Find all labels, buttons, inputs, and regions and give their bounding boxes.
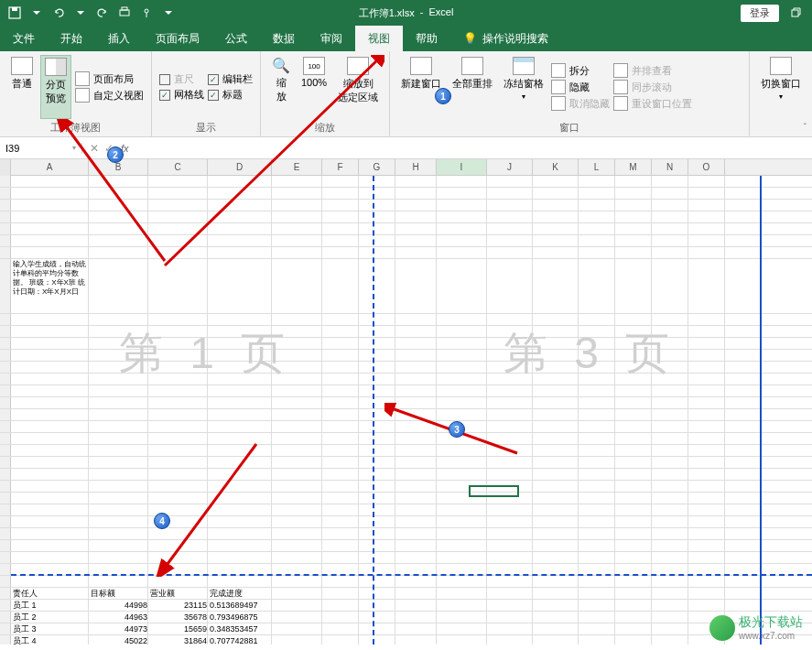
cell[interactable] bbox=[208, 552, 272, 563]
headings-checkbox[interactable]: ✓标题 bbox=[208, 88, 253, 102]
cell[interactable] bbox=[533, 223, 579, 234]
cell[interactable] bbox=[437, 588, 487, 599]
cell[interactable] bbox=[652, 600, 688, 611]
cell[interactable] bbox=[208, 338, 272, 349]
cell[interactable] bbox=[89, 314, 148, 325]
cell[interactable] bbox=[533, 528, 579, 539]
cell[interactable] bbox=[208, 481, 272, 492]
row-header[interactable] bbox=[0, 385, 11, 396]
cell[interactable] bbox=[652, 259, 688, 313]
cell[interactable] bbox=[272, 588, 322, 599]
cell[interactable] bbox=[579, 385, 615, 396]
cell[interactable] bbox=[148, 493, 208, 504]
zoom-button[interactable]: 🔍 缩 放 bbox=[268, 55, 294, 119]
cell[interactable] bbox=[148, 481, 208, 492]
cell[interactable] bbox=[395, 564, 437, 575]
cell[interactable] bbox=[487, 552, 533, 563]
cell[interactable] bbox=[359, 576, 395, 587]
row-header[interactable] bbox=[0, 493, 11, 504]
cell[interactable] bbox=[359, 409, 395, 420]
grid-body[interactable]: 输入学生成绩，自动统计单科的平均分等数据。 班级：X年X班 统计日期：X年X月X… bbox=[0, 176, 812, 645]
cell[interactable] bbox=[652, 612, 688, 623]
cell[interactable]: 责任人 bbox=[11, 588, 89, 599]
cell[interactable] bbox=[89, 576, 148, 587]
cell[interactable] bbox=[208, 188, 272, 199]
side-by-side-button[interactable]: 并排查看 bbox=[613, 63, 692, 78]
cell[interactable] bbox=[579, 552, 615, 563]
cell[interactable] bbox=[322, 176, 359, 187]
undo-icon[interactable] bbox=[49, 4, 68, 22]
cell[interactable] bbox=[11, 188, 89, 199]
row-header[interactable] bbox=[0, 247, 11, 258]
cell[interactable] bbox=[487, 176, 533, 187]
cell[interactable] bbox=[359, 176, 395, 187]
cell[interactable] bbox=[272, 421, 322, 432]
cell[interactable] bbox=[615, 374, 652, 385]
cell[interactable] bbox=[533, 540, 579, 551]
cell[interactable] bbox=[208, 200, 272, 211]
freeze-panes-button[interactable]: 冻结窗格 ▾ bbox=[500, 55, 547, 119]
cell[interactable] bbox=[487, 457, 533, 468]
cell[interactable] bbox=[688, 397, 725, 408]
cell[interactable]: 目标额 bbox=[89, 588, 148, 599]
cell[interactable] bbox=[322, 211, 359, 222]
cell[interactable] bbox=[437, 635, 487, 645]
cell[interactable] bbox=[208, 576, 272, 587]
cell[interactable] bbox=[579, 350, 615, 361]
cell[interactable] bbox=[148, 200, 208, 211]
column-header[interactable]: O bbox=[688, 159, 725, 175]
cell[interactable] bbox=[533, 385, 579, 396]
cell[interactable] bbox=[322, 457, 359, 468]
row-header[interactable] bbox=[0, 457, 11, 468]
cell[interactable] bbox=[11, 247, 89, 258]
cell[interactable] bbox=[208, 457, 272, 468]
undo-dropdown-icon[interactable] bbox=[71, 4, 90, 22]
cell[interactable] bbox=[359, 259, 395, 313]
row-header[interactable] bbox=[0, 516, 11, 527]
cell[interactable] bbox=[272, 350, 322, 361]
cell[interactable] bbox=[437, 350, 487, 361]
cell[interactable] bbox=[533, 326, 579, 337]
formula-input[interactable] bbox=[135, 143, 812, 154]
cell[interactable] bbox=[487, 588, 533, 599]
cell[interactable] bbox=[579, 200, 615, 211]
cell[interactable] bbox=[395, 350, 437, 361]
cell[interactable] bbox=[487, 350, 533, 361]
cell[interactable] bbox=[615, 326, 652, 337]
cell[interactable] bbox=[688, 493, 725, 504]
cell[interactable] bbox=[437, 374, 487, 385]
cell[interactable] bbox=[688, 457, 725, 468]
cell[interactable] bbox=[148, 409, 208, 420]
row-header[interactable] bbox=[0, 350, 11, 361]
cell[interactable] bbox=[11, 374, 89, 385]
cell[interactable] bbox=[11, 493, 89, 504]
cell[interactable] bbox=[487, 421, 533, 432]
row-header[interactable] bbox=[0, 397, 11, 408]
cell[interactable] bbox=[89, 223, 148, 234]
cell[interactable] bbox=[579, 469, 615, 480]
cell[interactable] bbox=[272, 188, 322, 199]
cell[interactable] bbox=[487, 635, 533, 645]
cell[interactable] bbox=[652, 516, 688, 527]
cell[interactable] bbox=[359, 493, 395, 504]
cell[interactable] bbox=[208, 421, 272, 432]
cell[interactable] bbox=[322, 314, 359, 325]
cell[interactable] bbox=[615, 552, 652, 563]
cell[interactable] bbox=[615, 176, 652, 187]
cell[interactable] bbox=[688, 469, 725, 480]
cell[interactable] bbox=[579, 588, 615, 599]
menu-help[interactable]: 帮助 bbox=[403, 26, 450, 51]
cell[interactable] bbox=[89, 326, 148, 337]
save-icon[interactable] bbox=[5, 4, 24, 22]
cell[interactable] bbox=[652, 235, 688, 246]
cell[interactable] bbox=[322, 235, 359, 246]
column-header[interactable]: J bbox=[487, 159, 533, 175]
cell[interactable] bbox=[688, 445, 725, 456]
ruler-checkbox[interactable]: 直尺 bbox=[159, 72, 204, 86]
cell[interactable] bbox=[359, 421, 395, 432]
cell[interactable] bbox=[615, 457, 652, 468]
cell[interactable] bbox=[89, 397, 148, 408]
cell[interactable] bbox=[487, 540, 533, 551]
cell[interactable] bbox=[437, 188, 487, 199]
cell[interactable] bbox=[688, 350, 725, 361]
